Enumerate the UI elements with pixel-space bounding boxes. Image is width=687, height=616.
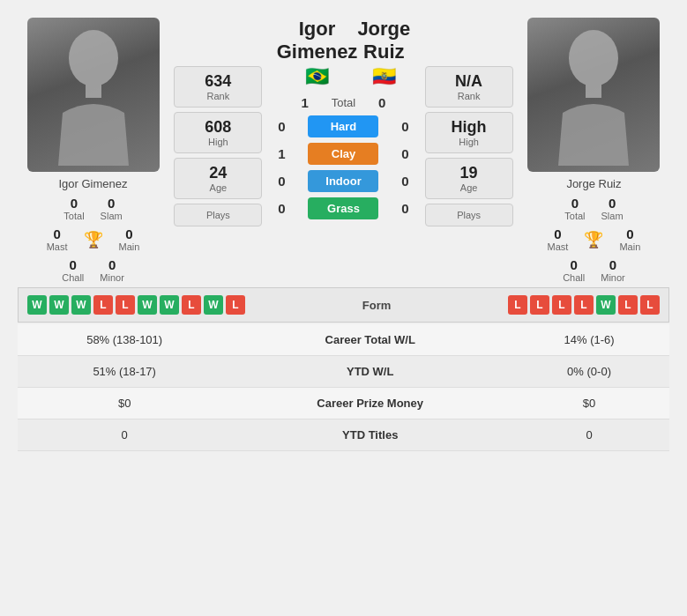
left-minor-cell: 0 Minor xyxy=(100,257,124,283)
right-total-val: 0 xyxy=(571,196,579,211)
left-form-pill: L xyxy=(93,295,113,315)
stats-table: 58% (138-101) Career Total W/L 14% (1-6)… xyxy=(18,324,669,451)
left-flag-row: 🇧🇷 xyxy=(277,65,358,88)
right-minor-val: 0 xyxy=(609,257,616,272)
clay-left-num: 1 xyxy=(273,146,290,161)
right-stats-row2: 0 Mast 🏆 0 Main xyxy=(548,226,641,252)
hard-court-btn[interactable]: Hard xyxy=(308,115,378,137)
total-court-row: 1 Total 0 xyxy=(296,95,391,110)
right-mast-cell: 0 Mast xyxy=(548,226,569,252)
right-player-section: Jorge Ruiz 0 Total 0 Slam 0 Mast 🏆 0 xyxy=(519,18,669,283)
right-high-lbl: High xyxy=(429,137,509,147)
left-plays-box: Plays xyxy=(174,204,262,226)
right-form-pill: L xyxy=(574,295,594,315)
left-form-pill: W xyxy=(71,295,91,315)
left-chall-val: 0 xyxy=(70,257,77,272)
left-high-val: 608 xyxy=(178,118,258,137)
left-trophy-icon: 🏆 xyxy=(84,230,103,249)
left-player-title: Igor Gimenez xyxy=(277,18,358,63)
left-slam-cell: 0 Slam xyxy=(101,196,123,221)
left-rank-val: 634 xyxy=(178,72,258,91)
hard-court-row: 0 Hard 0 xyxy=(273,115,414,137)
grass-left-num: 0 xyxy=(273,201,290,216)
form-label: Form xyxy=(362,299,392,312)
clay-right-num: 0 xyxy=(396,146,414,161)
grass-court-row: 0 Grass 0 xyxy=(273,197,414,219)
left-rank-lbl: Rank xyxy=(178,91,258,101)
right-age-val: 19 xyxy=(429,164,509,182)
left-form-pill: L xyxy=(226,295,245,315)
right-high-val: High xyxy=(429,118,509,137)
stat-left: 58% (138-101) xyxy=(18,324,231,356)
indoor-court-row: 0 Indoor 0 xyxy=(273,170,414,192)
left-main-val: 0 xyxy=(125,226,132,241)
right-player-name: Jorge Ruiz xyxy=(566,177,621,190)
center-courts: Igor Gimenez 🇧🇷 Jorge Ruiz 🇪🇨 1 Total 0 xyxy=(268,18,420,283)
left-minor-lbl: Minor xyxy=(100,272,124,283)
stat-left: 51% (18-17) xyxy=(18,356,231,388)
right-total-cell: 0 Total xyxy=(564,196,585,221)
left-total-lbl: Total xyxy=(63,211,84,221)
svg-point-2 xyxy=(569,30,618,86)
right-slam-val: 0 xyxy=(609,196,616,211)
total-left-num: 1 xyxy=(296,95,314,110)
left-high-box: 608 High xyxy=(174,112,262,153)
total-right-num: 0 xyxy=(373,95,391,110)
right-form-pill: L xyxy=(530,295,549,315)
svg-point-0 xyxy=(69,30,118,86)
left-stats-row3: 0 Chall 0 Minor xyxy=(62,257,124,283)
left-slam-lbl: Slam xyxy=(101,211,123,221)
right-high-box: High High xyxy=(425,112,513,153)
right-stats-row3: 0 Chall 0 Minor xyxy=(563,257,625,283)
stats-row: 58% (138-101) Career Total W/L 14% (1-6) xyxy=(18,324,669,356)
left-stats-row2: 0 Mast 🏆 0 Main xyxy=(47,226,140,252)
right-rank-lbl: Rank xyxy=(429,91,509,101)
indoor-right-num: 0 xyxy=(396,174,414,189)
right-player-header: Jorge Ruiz 🇪🇨 xyxy=(357,18,410,88)
left-form-pill: W xyxy=(160,295,179,315)
clay-court-row: 1 Clay 0 xyxy=(273,143,414,165)
left-form-pill: L xyxy=(116,295,135,315)
left-form-pill: L xyxy=(182,295,201,315)
right-stats-row1: 0 Total 0 Slam xyxy=(564,196,623,221)
left-slam-val: 0 xyxy=(108,196,115,211)
stat-right: 0 xyxy=(509,419,669,451)
left-form-pill: W xyxy=(27,295,47,315)
hard-right-num: 0 xyxy=(396,119,414,134)
left-flag: 🇧🇷 xyxy=(305,65,329,88)
left-mast-cell: 0 Mast xyxy=(47,226,68,252)
left-total-cell: 0 Total xyxy=(63,196,84,221)
right-total-lbl: Total xyxy=(564,211,585,221)
left-high-lbl: High xyxy=(178,137,258,147)
right-form-pill: L xyxy=(640,295,660,315)
left-chall-lbl: Chall xyxy=(62,272,84,283)
svg-rect-3 xyxy=(586,82,601,98)
left-age-val: 24 xyxy=(178,164,258,182)
left-player-section: Igor Gimenez 0 Total 0 Slam 0 Mast 🏆 xyxy=(18,18,168,283)
left-total-val: 0 xyxy=(71,196,78,211)
stat-left: $0 xyxy=(18,388,231,419)
right-chall-lbl: Chall xyxy=(563,272,585,283)
stat-left: 0 xyxy=(18,419,231,451)
right-main-lbl: Main xyxy=(619,241,640,252)
left-form-pill: W xyxy=(204,295,223,315)
form-row: WWWLLWWLWL Form LLLLWLL xyxy=(18,287,669,323)
stats-row: 51% (18-17) YTD W/L 0% (0-0) xyxy=(18,356,669,388)
indoor-court-btn[interactable]: Indoor xyxy=(308,170,378,192)
right-trophy-icon: 🏆 xyxy=(584,230,603,249)
svg-rect-1 xyxy=(86,82,101,98)
right-mast-lbl: Mast xyxy=(548,241,569,252)
stat-right: 14% (1-6) xyxy=(509,324,669,356)
right-main-val: 0 xyxy=(626,226,633,241)
clay-court-btn[interactable]: Clay xyxy=(308,143,378,165)
right-form-pill: L xyxy=(618,295,638,315)
right-mast-val: 0 xyxy=(554,226,561,241)
right-player-title: Jorge Ruiz xyxy=(357,18,410,63)
right-rank-val: N/A xyxy=(429,72,509,91)
total-label: Total xyxy=(332,96,355,109)
right-form-pill: L xyxy=(552,295,571,315)
stat-label: Career Prize Money xyxy=(231,388,509,419)
left-form-pill: W xyxy=(138,295,157,315)
grass-court-btn[interactable]: Grass xyxy=(308,197,378,219)
left-mast-lbl: Mast xyxy=(47,241,68,252)
